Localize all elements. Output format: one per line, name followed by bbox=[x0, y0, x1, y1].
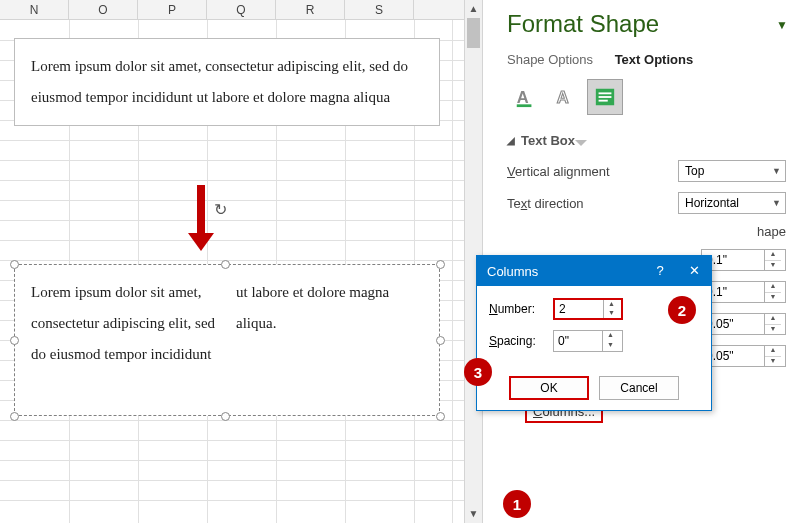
bottom-margin-spinner[interactable]: ▲▼ bbox=[701, 345, 786, 367]
svg-rect-5 bbox=[599, 96, 612, 98]
textbox-icon[interactable] bbox=[587, 79, 623, 115]
number-spinner[interactable]: ▲▼ bbox=[553, 298, 623, 320]
right-margin-spinner[interactable]: ▲▼ bbox=[701, 281, 786, 303]
spin-down-icon[interactable]: ▼ bbox=[604, 309, 619, 318]
dialog-titlebar[interactable]: Columns ? ✕ bbox=[477, 256, 711, 286]
help-icon[interactable]: ? bbox=[643, 256, 677, 286]
text-effects-icon[interactable]: A bbox=[547, 79, 583, 115]
section-text-box[interactable]: ◢Text Box bbox=[507, 133, 786, 148]
resize-handle[interactable] bbox=[436, 412, 445, 421]
resize-handle[interactable] bbox=[10, 336, 19, 345]
text-direction-label: Text direction bbox=[507, 196, 584, 211]
scroll-up-icon[interactable]: ▲ bbox=[465, 0, 482, 18]
grid[interactable]: Lorem ipsum dolor sit amet, consectetur … bbox=[0, 20, 482, 523]
svg-rect-4 bbox=[599, 92, 612, 94]
svg-rect-6 bbox=[599, 100, 608, 102]
resize-handle[interactable] bbox=[10, 412, 19, 421]
spin-up-icon[interactable]: ▲ bbox=[765, 314, 781, 325]
spin-down-icon[interactable]: ▼ bbox=[765, 357, 781, 367]
ok-button[interactable]: OK bbox=[509, 376, 589, 400]
number-label: Number: bbox=[489, 302, 545, 316]
columns-dialog: Columns ? ✕ Number: ▲▼ Spacing: ▲▼ OK Ca… bbox=[476, 255, 712, 411]
arrow-annotation-icon bbox=[188, 185, 214, 251]
col-header[interactable]: R bbox=[276, 0, 345, 19]
resize-handle[interactable] bbox=[221, 412, 230, 421]
selected-tab-pointer-icon bbox=[575, 140, 587, 146]
resize-shape-label-partial: hape bbox=[757, 224, 786, 239]
col-header[interactable]: N bbox=[0, 0, 69, 19]
svg-text:A: A bbox=[557, 88, 569, 106]
svg-rect-1 bbox=[517, 104, 532, 107]
text-direction-combo[interactable]: Horizontal▼ bbox=[678, 192, 786, 214]
spin-down-icon[interactable]: ▼ bbox=[765, 293, 781, 303]
rotate-handle-icon[interactable]: ↻ bbox=[214, 200, 232, 218]
col-header[interactable]: Q bbox=[207, 0, 276, 19]
spin-up-icon[interactable]: ▲ bbox=[765, 346, 781, 357]
spin-up-icon[interactable]: ▲ bbox=[604, 300, 619, 309]
col-header[interactable]: O bbox=[69, 0, 138, 19]
spin-down-icon[interactable]: ▼ bbox=[603, 341, 618, 351]
chevron-down-icon: ▼ bbox=[772, 166, 781, 176]
collapse-triangle-icon: ◢ bbox=[507, 135, 515, 146]
resize-handle[interactable] bbox=[10, 260, 19, 269]
textbox-single-column[interactable]: Lorem ipsum dolor sit amet, consectetur … bbox=[14, 38, 440, 126]
textbox-two-column[interactable]: Lorem ipsum dolor sit amet, consectetur … bbox=[14, 264, 440, 416]
spin-up-icon[interactable]: ▲ bbox=[765, 250, 781, 261]
spacing-label: Spacing: bbox=[489, 334, 545, 348]
tab-shape-options[interactable]: Shape Options bbox=[507, 52, 593, 67]
close-icon[interactable]: ✕ bbox=[677, 256, 711, 286]
annotation-badge-1: 1 bbox=[503, 490, 531, 518]
spin-down-icon[interactable]: ▼ bbox=[765, 325, 781, 335]
annotation-badge-2: 2 bbox=[668, 296, 696, 324]
spacing-spinner[interactable]: ▲▼ bbox=[553, 330, 623, 352]
cancel-button[interactable]: Cancel bbox=[599, 376, 679, 400]
svg-text:A: A bbox=[517, 88, 529, 106]
spin-up-icon[interactable]: ▲ bbox=[603, 331, 618, 341]
resize-handle[interactable] bbox=[436, 260, 445, 269]
tab-text-options[interactable]: Text Options bbox=[615, 52, 693, 67]
scroll-thumb[interactable] bbox=[467, 18, 480, 48]
resize-handle[interactable] bbox=[221, 260, 230, 269]
col-header[interactable]: S bbox=[345, 0, 414, 19]
vertical-alignment-combo[interactable]: Top▼ bbox=[678, 160, 786, 182]
pane-title: Format Shape bbox=[507, 10, 786, 38]
chevron-down-icon: ▼ bbox=[772, 198, 781, 208]
spreadsheet-area: N O P Q R S Lorem ipsum dolor sit amet, … bbox=[0, 0, 482, 523]
spin-down-icon[interactable]: ▼ bbox=[765, 261, 781, 271]
resize-handle[interactable] bbox=[436, 336, 445, 345]
column-headers: N O P Q R S bbox=[0, 0, 482, 20]
col-header[interactable]: P bbox=[138, 0, 207, 19]
top-margin-spinner[interactable]: ▲▼ bbox=[701, 313, 786, 335]
left-margin-spinner[interactable]: ▲▼ bbox=[701, 249, 786, 271]
spin-up-icon[interactable]: ▲ bbox=[765, 282, 781, 293]
scroll-down-icon[interactable]: ▼ bbox=[465, 505, 482, 523]
annotation-badge-3: 3 bbox=[464, 358, 492, 386]
vertical-alignment-label: Vertical alignment bbox=[507, 164, 610, 179]
text-fill-outline-icon[interactable]: A bbox=[507, 79, 543, 115]
dialog-title: Columns bbox=[487, 264, 538, 279]
pane-menu-icon[interactable]: ▼ bbox=[776, 18, 788, 32]
